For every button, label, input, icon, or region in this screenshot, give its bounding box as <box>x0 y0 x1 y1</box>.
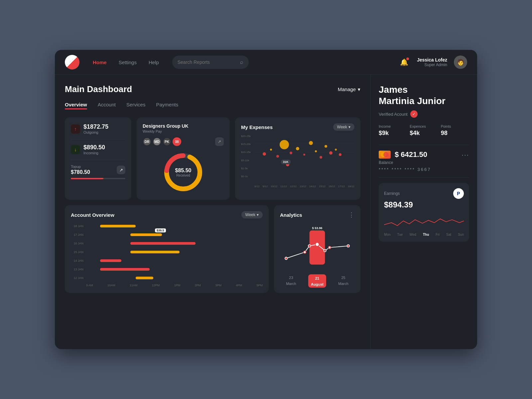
divider-2 <box>379 177 469 178</box>
svg-point-10 <box>270 149 272 151</box>
points-value: 98 <box>441 130 469 137</box>
paypal-icon: P <box>453 188 464 199</box>
gantt-tooltip: $39.5 <box>155 228 166 232</box>
avatar[interactable]: 🧑 <box>454 56 467 69</box>
day-tue: Tue <box>397 233 403 236</box>
gantt-label: 13 JAN <box>71 268 83 271</box>
nav-home[interactable]: Home <box>93 60 107 65</box>
donut-amount: $85.50 <box>175 168 192 174</box>
user-info: Jessica Lofez Super Admin <box>417 57 447 67</box>
nav-links: Home Settings Help <box>93 60 159 65</box>
cards-row: ↑ $1872.75 Outgoing ↓ $890.50 Incoming <box>65 117 360 200</box>
x-time-labels: 9 AM 10AM 11AM 12PM 1PM 2PM 3PM 4PM 5PM <box>71 284 263 287</box>
analytics-title: Analytics <box>280 212 302 218</box>
income-value: $9k <box>379 130 407 137</box>
svg-point-15 <box>303 154 305 156</box>
notification-bell[interactable]: 🔔 <box>398 56 410 68</box>
svg-point-32 <box>347 245 349 247</box>
svg-point-26 <box>285 257 287 259</box>
tab-services[interactable]: Services <box>126 102 146 109</box>
manage-button[interactable]: Manage ▾ <box>338 86 360 92</box>
earnings-section: Earnings P $894.39 Mon Tue Wed Thu Fri S… <box>379 183 469 242</box>
gantt-label: 14 JAN <box>71 259 83 262</box>
search-bar[interactable]: ⌕ <box>172 56 249 69</box>
scatter-chart: $20-25k $15-20k $10-15k $5-10k $1-5k $0-… <box>241 135 354 188</box>
expenses-value: $4k <box>410 130 438 137</box>
earnings-svg <box>384 213 464 230</box>
ao-week-filter[interactable]: Week ▾ <box>241 211 263 218</box>
week-filter-button[interactable]: Week ▾ <box>333 123 354 131</box>
donut-title: Designers Group UK <box>143 123 224 129</box>
x-time: 12PM <box>152 284 160 287</box>
gantt-chart: 18 JAN 17 JAN $39.5 <box>71 223 263 287</box>
outgoing-value: $1872.75 <box>83 123 108 130</box>
tab-payments[interactable]: Payments <box>156 102 178 109</box>
gantt-row-18jan: 18 JAN <box>71 223 263 229</box>
day-labels: Mon Tue Wed Thu Fri Sat Sun <box>384 233 464 236</box>
earnings-label: Earnings <box>384 191 400 196</box>
analytics-svg: $ 53.96 <box>280 222 354 276</box>
gantt-track <box>86 224 263 228</box>
x-time: 10AM <box>107 284 115 287</box>
topup-value: $780.50 <box>71 169 90 175</box>
gantt-row-13jan: 13 JAN <box>71 266 263 272</box>
donut-center: $85.50 Received <box>175 168 192 177</box>
topup-label: Topup <box>71 165 90 169</box>
cc-row: $ 6421.50 ··· <box>379 150 469 159</box>
svg-point-17 <box>315 150 317 152</box>
more-options-icon[interactable]: ··· <box>462 151 469 159</box>
grid-lines <box>254 135 354 178</box>
x-time: 2PM <box>195 284 201 287</box>
x-time: 5PM <box>256 284 263 287</box>
analytics-header: Analytics ⋮ <box>280 211 354 218</box>
search-input[interactable] <box>178 60 237 65</box>
svg-text:$ 53.96: $ 53.96 <box>312 226 322 230</box>
more-options-button[interactable]: ⋮ <box>348 211 354 218</box>
x-time: 1PM <box>174 284 181 287</box>
page-title: Main Dashboard <box>65 84 132 94</box>
topup-progress-bar <box>71 178 125 179</box>
day-wed: Wed <box>409 233 416 236</box>
nav-help[interactable]: Help <box>149 60 159 65</box>
gantt-track <box>86 259 263 262</box>
card-number: **** **** **** 3667 <box>379 167 469 172</box>
avatar-md: MD <box>153 137 161 146</box>
search-icon: ⌕ <box>240 59 243 65</box>
gantt-bar-yellow <box>130 233 162 236</box>
gantt-track <box>86 276 263 280</box>
external-link-icon[interactable]: ↗ <box>215 137 224 146</box>
expenses-title: My Expenses <box>241 124 273 130</box>
incoming-label: Incoming <box>83 151 105 155</box>
svg-point-34 <box>383 152 389 157</box>
day-sat: Sat <box>446 233 451 236</box>
incoming-stat: ↓ $890.50 Incoming <box>71 144 125 155</box>
nav-settings[interactable]: Settings <box>119 60 137 65</box>
dashboard-header: Main Dashboard Manage ▾ <box>65 84 360 94</box>
avatar-icon: 🧑 <box>457 59 464 66</box>
month-label-25march: 25 March <box>338 274 348 288</box>
outgoing-label: Outgoing <box>83 130 108 134</box>
main-body: Main Dashboard Manage ▾ Overview Account… <box>55 75 477 349</box>
svg-point-12 <box>280 140 289 149</box>
avatars-row: DR MD PK 08 ↗ <box>143 137 224 146</box>
x-time: 9 AM <box>86 284 93 287</box>
tab-account[interactable]: Account <box>98 102 116 109</box>
user-role: Super Admin <box>417 63 447 67</box>
arrow-down-icon: ↓ <box>71 145 80 154</box>
topup-section: Topup $780.50 ↗ <box>71 165 125 179</box>
gantt-track <box>86 250 263 254</box>
topup-arrow-button[interactable]: ↗ <box>117 166 125 174</box>
analytics-card: Analytics ⋮ $ 53.96 <box>274 205 360 293</box>
divider <box>379 145 469 145</box>
svg-point-27 <box>304 251 306 253</box>
x-time: 3PM <box>215 284 222 287</box>
svg-point-22 <box>339 153 341 156</box>
svg-rect-24 <box>310 230 325 265</box>
earnings-header: Earnings P <box>384 188 464 199</box>
tab-overview[interactable]: Overview <box>65 102 87 109</box>
gantt-row-16jan: 16 JAN <box>71 240 263 246</box>
chevron-down-icon: ▾ <box>348 125 350 129</box>
svg-point-21 <box>335 149 337 151</box>
svg-point-14 <box>296 147 299 150</box>
app-container: Home Settings Help ⌕ 🔔 Jessica Lofez Sup… <box>55 50 477 349</box>
